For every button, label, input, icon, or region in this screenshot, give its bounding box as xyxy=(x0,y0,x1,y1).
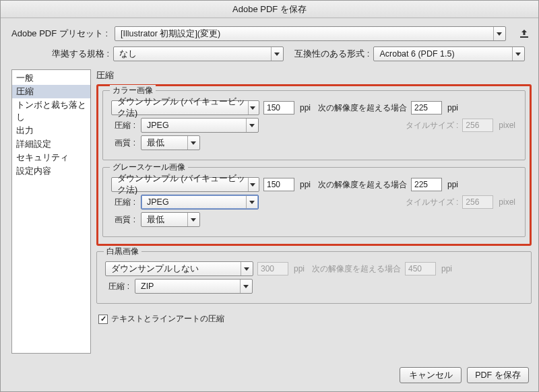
group-grayscale-images: グレースケール画像 ダウンサンプル (バイキュービック法) 150 ppi 次の… xyxy=(102,167,526,237)
cancel-button[interactable]: キャンセル xyxy=(400,367,462,383)
pixel-unit: pixel xyxy=(499,197,515,207)
color-tilesize-input: 256 xyxy=(462,119,493,132)
checkbox-icon[interactable] xyxy=(98,315,108,324)
main-panel: 圧縮 カラー画像 ダウンサンプル (バイキュービック法) 150 ppi xyxy=(96,69,532,354)
chevron-down-icon xyxy=(248,101,257,115)
text-lineart-label: テキストとラインアートの圧縮 xyxy=(111,313,224,325)
chevron-down-icon xyxy=(187,136,198,150)
save-pdf-button[interactable]: PDF を保存 xyxy=(467,367,529,383)
quality-label: 画質 : xyxy=(111,137,135,149)
compression-label: 圧縮 : xyxy=(111,120,135,131)
dialog-content: Adobe PDF プリセット : [Illustrator 初期設定](変更)… xyxy=(1,18,538,360)
text-lineart-checkbox-row[interactable]: テキストとラインアートの圧縮 xyxy=(98,313,532,325)
chevron-down-icon xyxy=(271,47,282,61)
mono-compression-value: ZIP xyxy=(141,282,154,291)
chevron-down-icon xyxy=(248,178,257,191)
mono-compression-select[interactable]: ZIP xyxy=(135,279,253,294)
gray-downsample-value: ダウンサンプル (バイキュービック法) xyxy=(117,173,248,196)
preset-select[interactable]: [Illustrator 初期設定](変更) xyxy=(115,26,506,41)
compat-value: Acrobat 6 (PDF 1.5) xyxy=(379,49,454,59)
gray-quality-value: 最低 xyxy=(147,214,164,226)
preset-value: [Illustrator 初期設定](変更) xyxy=(121,28,220,40)
standard-compat-row: 準拠する規格 : なし 互換性のある形式 : Acrobat 6 (PDF 1.… xyxy=(11,46,532,61)
section-title: 圧縮 xyxy=(96,69,532,81)
threshold-label: 次の解像度を超える場合 xyxy=(312,263,401,275)
chevron-down-icon xyxy=(512,47,523,61)
gray-compression-select[interactable]: JPEG xyxy=(141,195,259,209)
gray-quality-select[interactable]: 最低 xyxy=(141,212,200,227)
color-dpi-input[interactable]: 150 xyxy=(263,101,294,115)
gray-tilesize-input: 256 xyxy=(462,195,493,209)
color-downsample-value: ダウンサンプル (バイキュービック法) xyxy=(117,96,248,119)
ppi-unit: ppi xyxy=(300,103,311,112)
sidebar-item-advanced[interactable]: 詳細設定 xyxy=(12,137,90,151)
gray-dpi-input[interactable]: 150 xyxy=(263,178,294,191)
export-preset-icon[interactable] xyxy=(517,26,532,41)
ppi-unit: ppi xyxy=(441,264,452,273)
dialog-footer: キャンセル PDF を保存 xyxy=(1,360,538,391)
standard-select[interactable]: なし xyxy=(113,46,284,61)
standard-label: 準拠する規格 : xyxy=(52,48,109,60)
mono-threshold-input: 450 xyxy=(405,262,436,275)
chevron-down-icon xyxy=(246,195,257,209)
ppi-unit: ppi xyxy=(447,103,458,112)
group-mono-legend: 白黒画像 xyxy=(104,246,141,257)
quality-label: 画質 : xyxy=(111,214,135,226)
dialog-body: 一般 圧縮 トンボと裁ち落とし 出力 詳細設定 セキュリティ 設定内容 圧縮 カ… xyxy=(11,69,532,354)
group-color-images: カラー画像 ダウンサンプル (バイキュービック法) 150 ppi 次の解像度を… xyxy=(102,90,526,160)
standard-value: なし xyxy=(119,48,137,60)
window-title: Adobe PDF を保存 xyxy=(232,4,307,14)
title-bar: Adobe PDF を保存 xyxy=(1,1,538,18)
color-quality-select[interactable]: 最低 xyxy=(141,135,200,150)
tile-size-label: タイルサイズ : xyxy=(406,197,459,208)
chevron-down-icon xyxy=(241,262,251,275)
group-monochrome-images: 白黒画像 ダウンサンプルしない 300 ppi 次の解像度を超える場合 450 … xyxy=(96,251,532,304)
sidebar-item-marks[interactable]: トンボと裁ち落とし xyxy=(12,98,90,124)
sidebar-item-compression[interactable]: 圧縮 xyxy=(12,85,90,98)
chevron-down-icon xyxy=(493,27,504,40)
sidebar-item-summary[interactable]: 設定内容 xyxy=(12,164,90,178)
color-compression-value: JPEG xyxy=(147,121,169,130)
color-downsample-select[interactable]: ダウンサンプル (バイキュービック法) xyxy=(111,100,259,115)
group-color-legend: カラー画像 xyxy=(110,85,156,96)
sidebar: 一般 圧縮 トンボと裁ち落とし 出力 詳細設定 セキュリティ 設定内容 xyxy=(11,69,91,354)
sidebar-item-security[interactable]: セキュリティ xyxy=(12,151,90,164)
preset-row: Adobe PDF プリセット : [Illustrator 初期設定](変更) xyxy=(11,26,532,41)
pixel-unit: pixel xyxy=(499,121,515,130)
gray-threshold-input[interactable]: 225 xyxy=(411,178,442,191)
gray-downsample-select[interactable]: ダウンサンプル (バイキュービック法) xyxy=(111,177,259,192)
highlight-annotation: カラー画像 ダウンサンプル (バイキュービック法) 150 ppi 次の解像度を… xyxy=(96,84,532,246)
compat-label: 互換性のある形式 : xyxy=(294,48,369,60)
ppi-unit: ppi xyxy=(447,180,458,189)
chevron-down-icon xyxy=(187,213,198,226)
preset-label: Adobe PDF プリセット : xyxy=(11,28,108,40)
dialog-window: Adobe PDF を保存 Adobe PDF プリセット : [Illustr… xyxy=(0,0,539,392)
sidebar-item-general[interactable]: 一般 xyxy=(12,71,90,85)
chevron-down-icon xyxy=(246,119,257,132)
ppi-unit: ppi xyxy=(300,180,311,189)
compat-select[interactable]: Acrobat 6 (PDF 1.5) xyxy=(373,46,525,61)
gray-compression-value: JPEG xyxy=(147,197,169,207)
compression-label: 圧縮 : xyxy=(111,197,135,208)
color-threshold-input[interactable]: 225 xyxy=(411,101,442,115)
threshold-label: 次の解像度を超える場合 xyxy=(318,179,407,191)
chevron-down-icon xyxy=(240,280,251,293)
color-quality-value: 最低 xyxy=(147,137,164,149)
sidebar-item-output[interactable]: 出力 xyxy=(12,124,90,137)
threshold-label: 次の解像度を超える場合 xyxy=(318,102,407,114)
color-compression-select[interactable]: JPEG xyxy=(141,118,259,133)
tile-size-label: タイルサイズ : xyxy=(406,120,459,131)
mono-dpi-input: 300 xyxy=(257,262,288,275)
mono-downsample-select[interactable]: ダウンサンプルしない xyxy=(105,261,253,276)
group-gray-legend: グレースケール画像 xyxy=(110,162,188,173)
mono-downsample-value: ダウンサンプルしない xyxy=(111,263,199,275)
compression-label: 圧縮 : xyxy=(105,281,129,292)
ppi-unit: ppi xyxy=(294,264,305,273)
